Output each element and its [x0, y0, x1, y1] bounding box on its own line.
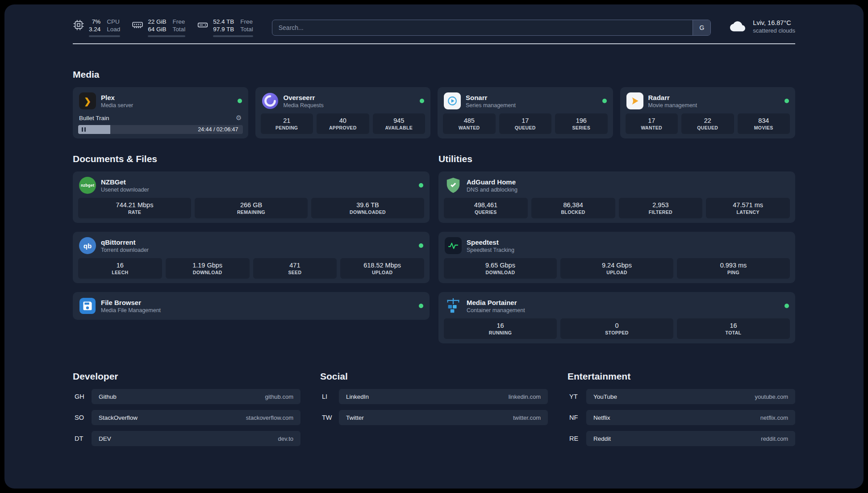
section-title-social: Social: [320, 371, 548, 382]
bookmark-link-reddit[interactable]: Reddit reddit.com: [586, 431, 795, 446]
search-input[interactable]: [272, 20, 693, 35]
stat-tile: 16LEECH: [78, 258, 162, 279]
sonarr-card[interactable]: Sonarr Series management 485WANTED 17QUE…: [438, 87, 613, 138]
documents-column: Documents & Files nzbget NZBGet Usenet d…: [73, 154, 430, 320]
cpu-load-label: Load: [107, 25, 120, 33]
weather-location: Lviv, 16.87°C: [753, 19, 795, 27]
section-title-documents: Documents & Files: [73, 154, 430, 164]
bookmark-row: DT DEV dev.to: [73, 431, 300, 446]
filebrowser-icon: [79, 297, 96, 314]
section-title-media: Media: [73, 69, 795, 80]
adguard-shield-icon: [445, 177, 462, 194]
gear-icon[interactable]: ⚙: [236, 114, 242, 122]
plex-card[interactable]: ❯ Plex Media server Bullet Train ⚙ 24:44…: [73, 87, 248, 138]
disk-total-label: Total: [240, 25, 253, 33]
bookmark-abbr: YT: [568, 393, 586, 400]
memory-ram-icon: [132, 19, 143, 31]
service-name: Speedtest: [467, 238, 514, 246]
playback-progress-bar[interactable]: 24:44 / 02:06:47: [78, 125, 243, 134]
utilities-column: Utilities AdGuard Home DNS and adblockin…: [438, 154, 795, 343]
memory-total: 64 GiB: [148, 25, 166, 33]
service-name: NZBGet: [101, 178, 149, 186]
service-subtitle: Media File Management: [101, 307, 161, 314]
speedtest-card[interactable]: Speedtest Speedtest Tracking 9.65 GbpsDO…: [438, 232, 795, 283]
nzbget-card[interactable]: nzbget NZBGet Usenet downloader 744.21 M…: [73, 171, 430, 223]
bookmark-abbr: TW: [320, 414, 339, 421]
search-engine-button[interactable]: G: [693, 20, 710, 35]
bookmark-row: NF Netflix netflix.com: [568, 410, 795, 425]
disk-free-label: Free: [240, 18, 253, 25]
bookmark-abbr: SO: [73, 414, 92, 421]
service-subtitle: Torrent downloader: [101, 246, 149, 254]
bookmark-link-dev[interactable]: DEV dev.to: [92, 431, 300, 446]
bookmark-link-linkedin[interactable]: LinkedIn linkedin.com: [339, 389, 548, 404]
pause-icon[interactable]: [82, 127, 86, 132]
bookmark-link-youtube[interactable]: YouTube youtube.com: [586, 389, 795, 404]
stat-tile: 9.65 GbpsDOWNLOAD: [444, 258, 557, 279]
stat-tile: 834MOVIES: [738, 113, 790, 134]
stat-tile: 485WANTED: [443, 113, 496, 134]
bookmark-abbr: RE: [568, 435, 586, 442]
status-dot: [419, 183, 423, 188]
nzbget-icon: nzbget: [79, 177, 96, 194]
bookmark-abbr: DT: [73, 435, 92, 442]
stat-tile: 47.571 msLATENCY: [706, 198, 790, 218]
stat-tile: 1.19 GbpsDOWNLOAD: [166, 258, 250, 279]
stat-tile: 16RUNNING: [444, 318, 557, 339]
stat-tile: 2,953FILTERED: [619, 198, 703, 218]
stat-tile: 9.24 GbpsUPLOAD: [560, 258, 673, 279]
overseerr-icon: [262, 92, 279, 109]
section-title-entertainment: Entertainment: [568, 371, 795, 382]
stat-tile: 744.21 MbpsRATE: [78, 198, 191, 218]
header-divider: [73, 43, 795, 44]
service-name: File Browser: [101, 298, 161, 307]
section-title-utilities: Utilities: [438, 154, 795, 164]
stat-tile: 17WANTED: [626, 113, 678, 134]
sonarr-icon: [444, 92, 461, 109]
bookmark-link-github[interactable]: Github github.com: [92, 389, 300, 404]
status-dot: [602, 99, 607, 103]
bookmark-abbr: GH: [73, 393, 92, 400]
stat-tile: 0.993 msPING: [677, 258, 790, 279]
status-dot: [419, 304, 423, 308]
bookmark-link-stackoverflow[interactable]: StackOverflow stackoverflow.com: [92, 410, 300, 425]
stat-tile: 498,461QUERIES: [444, 198, 528, 218]
top-bar: 7% CPU 3.24 Load 22 GiB Free 64 GiB Tota…: [73, 18, 795, 37]
stat-tile: 40APPROVED: [317, 113, 369, 134]
qbittorrent-card[interactable]: qb qBittorrent Torrent downloader 16LEEC…: [73, 232, 430, 283]
bookmark-row: YT YouTube youtube.com: [568, 389, 795, 404]
service-subtitle: Speedtest Tracking: [467, 246, 514, 254]
bookmark-row: RE Reddit reddit.com: [568, 431, 795, 446]
status-dot: [419, 243, 423, 248]
bookmark-row: LI LinkedIn linkedin.com: [320, 389, 548, 404]
disk-widget: 52.4 TB Free 97.9 TB Total: [197, 18, 253, 37]
bookmark-abbr: NF: [568, 414, 586, 421]
stat-tile: 17QUEUED: [499, 113, 552, 134]
adguard-card[interactable]: AdGuard Home DNS and adblocking 498,461Q…: [438, 171, 795, 223]
bookmark-link-netflix[interactable]: Netflix netflix.com: [586, 410, 795, 425]
service-subtitle: Movie management: [648, 102, 697, 109]
memory-total-label: Total: [173, 25, 186, 33]
stat-tile: 0STOPPED: [560, 318, 673, 339]
memory-widget: 22 GiB Free 64 GiB Total: [132, 18, 185, 37]
disk-free: 52.4 TB: [213, 18, 234, 25]
now-playing-title: Bullet Train: [79, 115, 109, 121]
bookmarks-social: Social LI LinkedIn linkedin.com TW Twitt…: [320, 371, 548, 452]
stat-tile: 471SEED: [253, 258, 337, 279]
filebrowser-card[interactable]: File Browser Media File Management: [73, 292, 430, 320]
overseerr-card[interactable]: Overseerr Media Requests 21PENDING 40APP…: [255, 87, 431, 138]
status-dot: [785, 99, 789, 103]
stat-tile: 618.52 MbpsUPLOAD: [340, 258, 424, 279]
bookmark-link-twitter[interactable]: Twitter twitter.com: [339, 410, 548, 425]
disk-bar: [213, 35, 253, 37]
bookmark-abbr: LI: [320, 393, 339, 400]
qbittorrent-icon: qb: [79, 237, 96, 254]
bookmark-row: SO StackOverflow stackoverflow.com: [73, 410, 300, 425]
radarr-card[interactable]: Radarr Movie management 17WANTED 22QUEUE…: [620, 87, 796, 138]
portainer-crane-icon: [445, 297, 462, 314]
service-subtitle: Media Requests: [284, 102, 324, 109]
service-name: Plex: [101, 93, 133, 102]
portainer-card[interactable]: Media Portainer Container management 16R…: [438, 292, 795, 343]
status-dot: [238, 99, 242, 103]
cpu-load: 3.24: [89, 25, 100, 33]
